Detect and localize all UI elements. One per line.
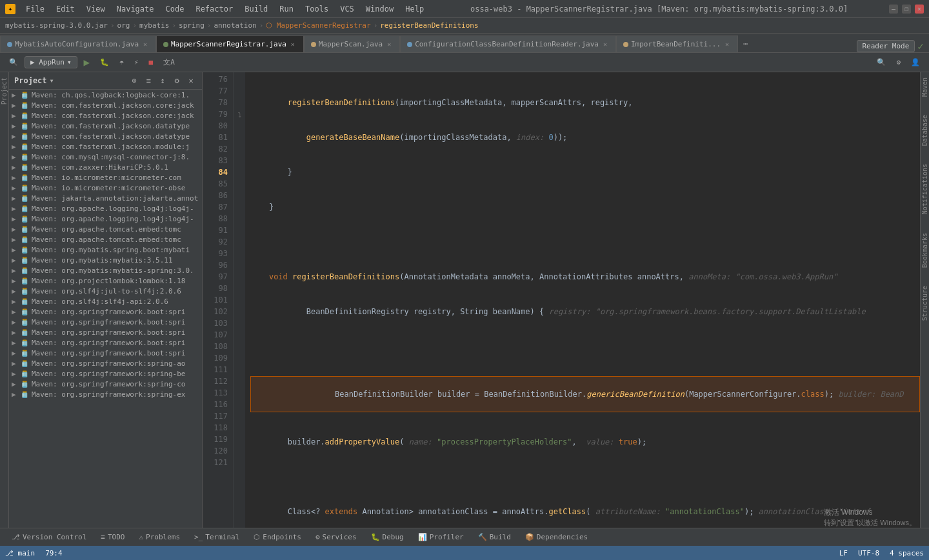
run-config-button[interactable]: ▶ AppRun ▾ <box>25 56 77 68</box>
breadcrumb-item[interactable]: mybatis-spring-3.0.0.jar <box>5 21 108 30</box>
list-item[interactable]: ▶ 🫙 Maven: org.apache.tomcat.embed:tomc <box>9 234 202 245</box>
profile-button[interactable]: ⚡ <box>130 57 143 68</box>
tab-version-control[interactable]: ⎇ Version Control <box>5 530 93 545</box>
tab-config-class-bean[interactable]: ConfigurationClassBeanDefinitionReader.j… <box>400 35 616 52</box>
list-item[interactable]: ▶ 🫙 Maven: org.springframework.boot:spri <box>9 306 202 317</box>
list-item[interactable]: ▶ 🫙 Maven: org.springframework.boot:spri <box>9 327 202 337</box>
sidebar-dropdown[interactable]: ▾ <box>50 76 54 85</box>
list-item[interactable]: ▶ 🫙 Maven: org.apache.logging.log4j:log4… <box>9 214 202 224</box>
menu-help[interactable]: Help <box>400 3 429 15</box>
list-item[interactable]: ▶ 🫙 Maven: com.fasterxml.jackson.module:… <box>9 141 202 152</box>
tab-close-icon[interactable]: ✕ <box>289 41 297 48</box>
structure-panel-label[interactable]: Structure <box>921 283 928 323</box>
tab-close-icon[interactable]: ✕ <box>141 41 149 48</box>
breadcrumb-item[interactable]: mybatis <box>139 21 169 30</box>
tab-mapper-scan[interactable]: MapperScan.java ✕ <box>304 35 400 52</box>
minimize-button[interactable]: — <box>889 5 898 14</box>
user-button[interactable]: 👤 <box>907 57 924 68</box>
tab-endpoints[interactable]: ⬡ Endpoints <box>247 530 308 545</box>
sidebar-sort-button[interactable]: ↕ <box>157 75 168 86</box>
list-item[interactable]: ▶ 🫙 Maven: com.zaxxer:HikariCP:5.0.1 <box>9 162 202 172</box>
list-item[interactable]: ▶ 🫙 Maven: com.fasterxml.jackson.datatyp… <box>9 121 202 131</box>
list-item[interactable]: ▶ 🫙 Maven: org.projectlombok:lombok:1.18 <box>9 275 202 286</box>
list-item[interactable]: ▶ 🫙 Maven: org.springframework:spring-be <box>9 368 202 379</box>
run-config-dropdown[interactable]: ▾ <box>67 58 72 66</box>
run-button[interactable]: ▶ <box>80 55 94 70</box>
sidebar-settings-button[interactable]: ⚙ <box>171 75 183 86</box>
list-item[interactable]: ▶ 🫙 Maven: io.micrometer:micrometer-obse <box>9 183 202 193</box>
code-editor[interactable]: 76 77 78 79 80 81 82 83 84 85 86 87 88 9… <box>203 72 920 528</box>
menu-tools[interactable]: Tools <box>300 3 334 15</box>
breadcrumb-item[interactable]: annotation <box>214 21 256 30</box>
menu-vcs[interactable]: VCS <box>335 3 359 15</box>
close-button[interactable]: ✕ <box>915 5 924 14</box>
breadcrumb-item[interactable]: registerBeanDefinitions <box>380 21 478 30</box>
list-item[interactable]: ▶ 🫙 Maven: org.apache.tomcat.embed:tomc <box>9 224 202 234</box>
tab-more-button[interactable]: ⋯ <box>738 35 753 52</box>
list-item[interactable]: ▶ 🫙 Maven: com.fasterxml.jackson.datatyp… <box>9 131 202 141</box>
list-item[interactable]: ▶ 🫙 Maven: org.apache.logging.log4j:log4… <box>9 203 202 214</box>
database-panel-label[interactable]: Database <box>921 112 928 148</box>
breadcrumb-item[interactable]: org <box>117 21 130 30</box>
menu-window[interactable]: Window <box>361 3 399 15</box>
tab-terminal[interactable]: >_ Terminal <box>188 530 246 545</box>
tab-dependencies[interactable]: 📦 Dependencies <box>519 530 594 545</box>
tab-debug[interactable]: 🐛 Debug <box>365 530 410 545</box>
list-item[interactable]: ▶ 🫙 Maven: org.springframework.boot:spri <box>9 337 202 348</box>
menu-file[interactable]: File <box>21 3 50 15</box>
list-item[interactable]: ▶ 🫙 Maven: org.springframework:spring-ao <box>9 358 202 368</box>
indent[interactable]: 4 spaces <box>890 549 924 557</box>
list-item[interactable]: ▶ 🫙 Maven: com.mysql:mysql-connector-j:8… <box>9 152 202 162</box>
list-item[interactable]: ▶ 🫙 Maven: jakarta.annotation:jakarta.an… <box>9 193 202 203</box>
code-content[interactable]: registerBeanDefinitions(importingClassMe… <box>245 72 920 528</box>
list-item[interactable]: ▶ 🫙 Maven: org.mybatis.spring.boot:mybat… <box>9 245 202 255</box>
menu-code[interactable]: Code <box>161 3 190 15</box>
sidebar-locate-button[interactable]: ⊕ <box>128 75 140 86</box>
maven-panel-label[interactable]: Maven <box>921 75 928 99</box>
tab-import-bean[interactable]: ImportBeanDefiniti... ✕ <box>616 35 738 52</box>
breadcrumb-item[interactable]: spring <box>179 21 205 30</box>
tab-mapper-scanner[interactable]: MapperScannerRegistrar.java ✕ <box>156 35 304 52</box>
list-item[interactable]: ▶ 🫙 Maven: io.micrometer:micrometer-com <box>9 172 202 183</box>
list-item[interactable]: ▶ 🫙 Maven: org.springframework.boot:spri <box>9 348 202 358</box>
tab-close-icon[interactable]: ✕ <box>601 41 609 48</box>
tab-close-icon[interactable]: ✕ <box>723 41 731 48</box>
tab-todo[interactable]: ≡ TODO <box>94 530 131 545</box>
list-item[interactable]: ▶ 🫙 Maven: org.mybatis:mybatis-spring:3.… <box>9 265 202 275</box>
tab-profiler[interactable]: 📊 Profiler <box>412 530 470 545</box>
toolbar-search-button[interactable]: 🔍 <box>5 57 22 68</box>
tab-services[interactable]: ⚙ Services <box>309 530 363 545</box>
bookmarks-panel-label[interactable]: Bookmarks <box>921 230 928 270</box>
menu-build[interactable]: Build <box>239 3 273 15</box>
settings-button[interactable]: ⚙ <box>892 57 904 68</box>
reader-mode-button[interactable]: Reader Mode <box>857 40 915 52</box>
list-item[interactable]: ▶ 🫙 Maven: com.fasterxml.jackson.core:ja… <box>9 100 202 110</box>
list-item[interactable]: ▶ 🫙 Maven: org.springframework:spring-co <box>9 379 202 389</box>
coverage-button[interactable]: ☂ <box>115 57 128 68</box>
list-item[interactable]: ▶ 🫙 Maven: org.springframework.boot:spri <box>9 317 202 327</box>
menu-navigate[interactable]: Navigate <box>112 3 159 15</box>
search-everywhere-button[interactable]: 🔍 <box>873 57 890 68</box>
list-item[interactable]: ▶ 🫙 Maven: com.fasterxml.jackson.core:ja… <box>9 110 202 121</box>
encoding[interactable]: UTF-8 <box>858 549 879 557</box>
breadcrumb-item[interactable]: ⬡ MapperScannerRegistrar <box>266 21 370 30</box>
tab-close-icon[interactable]: ✕ <box>385 41 393 48</box>
list-item[interactable]: ▶ 🫙 Maven: org.slf4j:jul-to-slf4j:2.0.6 <box>9 286 202 296</box>
tab-build[interactable]: 🔨 Build <box>472 530 517 545</box>
maximize-button[interactable]: ❐ <box>902 5 911 14</box>
menu-run[interactable]: Run <box>274 3 299 15</box>
notifications-panel-label[interactable]: Notifications <box>921 161 928 217</box>
menu-refactor[interactable]: Refactor <box>190 3 238 15</box>
menu-view[interactable]: View <box>81 3 110 15</box>
line-sep[interactable]: LF <box>839 549 848 557</box>
list-item[interactable]: ▶ 🫙 Maven: org.slf4j:slf4j-api:2.0.6 <box>9 296 202 306</box>
menu-edit[interactable]: Edit <box>51 3 80 15</box>
tab-problems[interactable]: ⚠ Problems <box>132 530 186 545</box>
list-item[interactable]: ▶ 🫙 Maven: ch.qos.logback:logback-core:1… <box>9 90 202 100</box>
project-panel-label[interactable]: Project <box>1 75 8 107</box>
tab-mybatis-auto-config[interactable]: MybatisAutoConfiguration.java ✕ <box>0 35 156 52</box>
debug-button[interactable]: 🐛 <box>96 57 113 68</box>
list-item[interactable]: ▶ 🫙 Maven: org.mybatis:mybatis:3.5.11 <box>9 255 202 265</box>
sidebar-close-button[interactable]: ✕ <box>185 75 197 86</box>
translate-button[interactable]: 文A <box>159 56 179 68</box>
